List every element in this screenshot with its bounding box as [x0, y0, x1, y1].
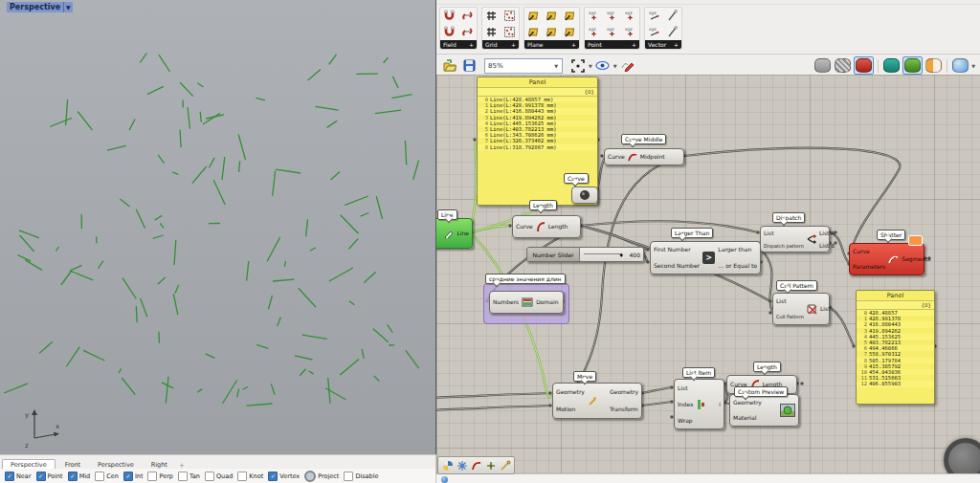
checkbox[interactable]: ✓: [5, 472, 14, 481]
checkbox[interactable]: ✓: [123, 472, 133, 481]
zoom-extents-button[interactable]: [570, 58, 586, 74]
half-sphere-icon[interactable]: [925, 58, 942, 73]
osnap-point[interactable]: ✓Point: [36, 472, 63, 481]
preview-eye-button[interactable]: [595, 58, 611, 74]
checkbox[interactable]: [344, 472, 353, 481]
port-geometry-out[interactable]: Geometry: [607, 388, 641, 396]
arc-icon[interactable]: [469, 459, 483, 472]
selected-display-mode[interactable]: [854, 56, 874, 75]
port-item[interactable]: i: [716, 401, 724, 408]
port-segments[interactable]: Segments: [899, 255, 933, 263]
port-list[interactable]: List: [675, 384, 697, 392]
needle-icon[interactable]: [663, 24, 681, 40]
checkbox[interactable]: [147, 472, 157, 481]
gh-canvas[interactable]: Panel {0} 0Line(L:428.48857 mm)1Line(L:4…: [436, 75, 980, 483]
port-geometry[interactable]: Geometry: [730, 399, 765, 406]
pin-icon[interactable]: [498, 459, 512, 472]
plane-icon[interactable]: [561, 24, 579, 40]
shaded-display-icon[interactable]: [835, 58, 851, 73]
cluster-icon[interactable]: [483, 459, 498, 472]
wire-display-icon[interactable]: [814, 58, 831, 73]
checkbox[interactable]: [95, 472, 104, 481]
dispatch-node[interactable]: List Dispatch pattern List A List B: [760, 226, 830, 252]
port-or-equal[interactable]: … or Equal to: [715, 262, 760, 270]
point-icon[interactable]: xyz: [585, 8, 603, 24]
plane-icon[interactable]: [524, 24, 543, 40]
port-list-a[interactable]: List A: [816, 230, 838, 237]
port-geometry[interactable]: Geometry: [553, 388, 588, 396]
dots-icon[interactable]: [501, 8, 519, 24]
checkbox[interactable]: [237, 472, 247, 481]
port-curve[interactable]: Curve: [605, 153, 628, 161]
port-second-number[interactable]: Second Number: [651, 262, 702, 270]
chevron-down-icon[interactable]: ▼: [613, 63, 617, 69]
checkbox[interactable]: [178, 472, 188, 481]
vector-icon[interactable]: xyz: [645, 24, 663, 40]
dots-icon[interactable]: [501, 24, 519, 40]
osnap-cen[interactable]: Cen: [95, 472, 119, 481]
checkbox[interactable]: ✓: [268, 472, 278, 481]
viewport-title[interactable]: Perspective ▼: [7, 2, 73, 12]
number-slider[interactable]: Number Slider ♦ 400: [526, 247, 644, 262]
curve-param-node[interactable]: [571, 187, 598, 204]
toolbar-group-expand[interactable]: +: [511, 40, 516, 49]
rhino-viewport[interactable]: Perspective ▼ y x z: [0, 0, 436, 454]
osnap-mid[interactable]: ✓Mid: [68, 472, 91, 481]
curve-length-node[interactable]: Curve Length: [512, 215, 581, 238]
needle-icon[interactable]: [663, 8, 681, 24]
sketch-pencil-button[interactable]: [620, 58, 635, 74]
blue-sphere-icon[interactable]: [952, 58, 969, 73]
toolbar-group-expand[interactable]: +: [571, 40, 576, 49]
port-domain[interactable]: Domain: [533, 298, 561, 306]
plane-icon[interactable]: [561, 8, 579, 24]
chain-icon[interactable]: [458, 24, 477, 40]
osnap-knot[interactable]: Knot: [237, 472, 263, 481]
osnap-int[interactable]: ✓Int: [123, 472, 144, 481]
python-icon[interactable]: [440, 459, 455, 472]
list-item-node[interactable]: List Index Wrap i: [674, 379, 724, 429]
cull-pattern-node[interactable]: List Cull Pattern List: [772, 293, 830, 325]
port-motion[interactable]: Motion: [553, 406, 588, 413]
osnap-project[interactable]: Project: [304, 471, 339, 482]
grid-icon[interactable]: [482, 8, 501, 24]
chevron-down-icon[interactable]: ▼: [971, 63, 975, 69]
magnet-icon[interactable]: [440, 24, 458, 40]
warning-balloon[interactable]: [908, 235, 923, 246]
point-icon[interactable]: xyz: [621, 8, 639, 24]
osnap-vertex[interactable]: ✓Vertex: [268, 472, 300, 481]
viewport-title-label[interactable]: Perspective: [7, 2, 63, 12]
shatter-node[interactable]: Curve Parameters Segments: [849, 243, 924, 275]
toolbar-group-expand[interactable]: +: [469, 40, 474, 49]
larger-than-node[interactable]: First Number Second Number > Larger than…: [650, 241, 761, 274]
teal-preview-icon[interactable]: [883, 58, 900, 73]
plane-icon[interactable]: [543, 24, 561, 40]
port-numbers[interactable]: Numbers: [490, 298, 522, 306]
open-file-button[interactable]: [442, 58, 457, 74]
plane-icon[interactable]: [524, 8, 543, 24]
chevron-down-icon[interactable]: ▼: [589, 63, 592, 69]
curve-middle-node[interactable]: Curve Midpoint: [604, 148, 684, 165]
port-transform[interactable]: Transform: [607, 406, 641, 413]
slider-track[interactable]: ♦ 400: [580, 248, 643, 261]
checkbox[interactable]: ✓: [68, 472, 78, 481]
grid-icon[interactable]: [482, 24, 501, 40]
sparkle-icon[interactable]: [455, 459, 469, 472]
port-list[interactable]: List: [761, 230, 807, 237]
port-first-number[interactable]: First Number: [651, 246, 702, 253]
osnap-perp[interactable]: Perp: [147, 472, 173, 481]
port-length[interactable]: Length: [546, 223, 571, 231]
save-file-button[interactable]: [461, 58, 477, 74]
port-cull-pattern[interactable]: Cull Pattern: [773, 313, 807, 320]
toolbar-group-expand[interactable]: +: [674, 40, 679, 49]
point-icon[interactable]: xyz: [603, 24, 621, 40]
vector-icon[interactable]: xyz: [645, 8, 663, 24]
zoom-level-select[interactable]: 85% ▼: [484, 58, 563, 74]
checkbox[interactable]: [205, 472, 214, 481]
panel-component[interactable]: Panel {0} 0428.488571428.9913782416.8804…: [856, 290, 935, 405]
selected-preview-mode[interactable]: [902, 56, 923, 75]
point-icon[interactable]: xyz: [621, 24, 639, 40]
move-node[interactable]: Geometry Motion Geometry Transform: [552, 383, 642, 419]
osnap-near[interactable]: ✓Near: [5, 472, 32, 481]
plane-icon[interactable]: [543, 8, 561, 24]
osnap-quad[interactable]: Quad: [205, 472, 233, 481]
